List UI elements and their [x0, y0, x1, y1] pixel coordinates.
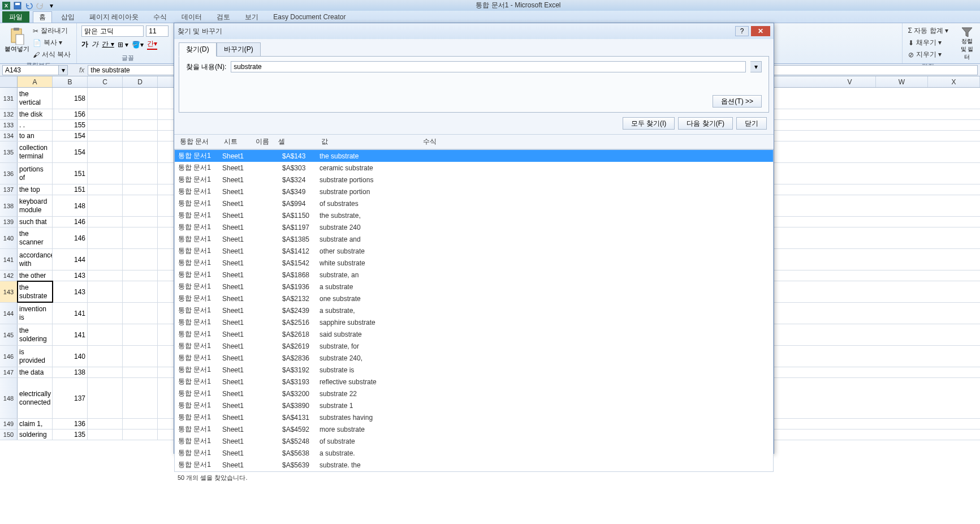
row-header[interactable]: 131 — [0, 88, 18, 109]
cell[interactable] — [123, 419, 158, 429]
name-box[interactable]: A143 — [2, 65, 59, 75]
cell[interactable]: electrically connected — [18, 378, 53, 418]
result-row[interactable]: 통합 문서1Sheet1$A$3200substrate 22 — [175, 388, 773, 400]
cell[interactable]: 137 — [53, 378, 88, 418]
header-formula[interactable]: 수식 — [421, 136, 770, 148]
row-header[interactable]: 147 — [0, 367, 18, 377]
find-all-button[interactable]: 모두 찾기(I) — [623, 117, 675, 130]
cell[interactable] — [123, 429, 158, 440]
row-header[interactable]: 133 — [0, 120, 18, 130]
result-row[interactable]: 통합 문서1Sheet1$A$4592more substrate — [175, 423, 773, 435]
cell[interactable]: . . — [18, 120, 53, 130]
result-row[interactable]: 통합 문서1Sheet1$A$349substrate portion — [175, 186, 773, 197]
cell[interactable]: 143 — [53, 270, 88, 281]
result-row[interactable]: 통합 문서1Sheet1$A$303ceramic substrate — [175, 162, 773, 174]
cell[interactable]: 151 — [53, 163, 88, 184]
row-header[interactable]: 140 — [0, 227, 18, 248]
result-row[interactable]: 통합 문서1Sheet1$A$5638a substrate. — [175, 447, 773, 459]
row-header[interactable]: 137 — [0, 184, 18, 195]
cell[interactable]: 156 — [53, 109, 88, 119]
cell[interactable]: to an — [18, 131, 53, 141]
cell[interactable] — [123, 324, 158, 345]
cell[interactable]: the scanner — [18, 227, 53, 248]
column-header[interactable]: V — [824, 76, 876, 87]
row-header[interactable]: 138 — [0, 195, 18, 216]
row-header[interactable]: 144 — [0, 303, 18, 324]
font-name-select[interactable]: 맑은 고딕 — [81, 25, 144, 37]
cell[interactable] — [123, 346, 158, 367]
cell[interactable]: the substrate — [18, 281, 53, 302]
row-header[interactable]: 134 — [0, 131, 18, 141]
find-next-button[interactable]: 다음 찾기(F) — [678, 117, 733, 130]
cell[interactable]: portions of — [18, 163, 53, 184]
cell[interactable] — [123, 88, 158, 109]
cell[interactable]: 151 — [53, 184, 88, 195]
result-row[interactable]: 통합 문서1Sheet1$A$143the substrate — [175, 150, 773, 162]
row-header[interactable]: 143 — [0, 281, 18, 302]
clear-button[interactable]: ⊘지우기 ▾ — [907, 49, 949, 60]
cell[interactable]: the vertical — [18, 88, 53, 109]
dialog-titlebar[interactable]: 찾기 및 바꾸기 ? ✕ — [174, 23, 774, 39]
format-painter-button[interactable]: 🖌서식 복사 — [32, 49, 72, 60]
cell[interactable] — [123, 303, 158, 324]
cell[interactable] — [123, 378, 158, 418]
result-row[interactable]: 통합 문서1Sheet1$A$324substrate portions — [175, 174, 773, 186]
cell[interactable]: claim 1, — [18, 419, 53, 429]
fill-color-button[interactable]: 🪣▾ — [132, 41, 144, 49]
autosum-button[interactable]: Σ 자동 합계 ▾ — [907, 25, 949, 36]
row-header[interactable]: 150 — [0, 429, 18, 440]
ribbon-tab[interactable]: 수식 — [148, 11, 172, 23]
cell[interactable] — [123, 120, 158, 130]
cell[interactable]: 146 — [53, 227, 88, 248]
cut-button[interactable]: ✂잘라내기 — [32, 25, 72, 36]
cell[interactable] — [123, 109, 158, 119]
font-color-button[interactable]: 간▾ — [147, 39, 157, 50]
cell[interactable] — [123, 141, 158, 162]
cell[interactable] — [88, 346, 123, 367]
cell[interactable] — [88, 249, 123, 270]
results-list[interactable]: 통합 문서1Sheet1$A$143the substrate통합 문서1She… — [174, 149, 774, 472]
find-input[interactable] — [231, 61, 746, 72]
cell[interactable] — [88, 195, 123, 216]
cell[interactable]: the data — [18, 367, 53, 377]
cell[interactable] — [88, 88, 123, 109]
cell[interactable] — [123, 270, 158, 281]
redo-icon[interactable] — [35, 1, 45, 10]
result-row[interactable]: 통합 문서1Sheet1$A$2516sapphire substrate — [175, 316, 773, 328]
cell[interactable] — [123, 184, 158, 195]
cell[interactable]: is provided — [18, 346, 53, 367]
cell[interactable]: 141 — [53, 303, 88, 324]
fx-icon[interactable]: fx — [79, 66, 84, 74]
cell[interactable] — [123, 249, 158, 270]
header-workbook[interactable]: 통합 문서 — [178, 136, 222, 148]
ribbon-tab[interactable]: 보기 — [239, 11, 264, 23]
cell[interactable]: 140 — [53, 346, 88, 367]
file-tab[interactable]: 파일 — [2, 11, 29, 23]
options-button[interactable]: 옵션(T) >> — [713, 95, 762, 108]
tab-replace[interactable]: 바꾸기(P) — [217, 42, 261, 57]
ribbon-tab[interactable]: 삽입 — [55, 11, 80, 23]
cell[interactable] — [123, 367, 158, 377]
result-row[interactable]: 통합 문서1Sheet1$A$3890substrate 1 — [175, 400, 773, 411]
cell[interactable]: 154 — [53, 141, 88, 162]
column-header[interactable]: A — [18, 76, 53, 87]
cell[interactable]: accordance with — [18, 249, 53, 270]
ribbon-tab[interactable]: 홈 — [33, 11, 52, 23]
cell[interactable]: 141 — [53, 324, 88, 345]
cell[interactable]: 158 — [53, 88, 88, 109]
cell[interactable] — [123, 227, 158, 248]
cell[interactable]: invention is — [18, 303, 53, 324]
row-header[interactable]: 135 — [0, 141, 18, 162]
cell[interactable]: 143 — [53, 281, 88, 302]
row-header[interactable]: 132 — [0, 109, 18, 119]
cell[interactable] — [88, 324, 123, 345]
cell[interactable]: 138 — [53, 367, 88, 377]
cell[interactable]: 146 — [53, 217, 88, 227]
result-row[interactable]: 통합 문서1Sheet1$A$2618said substrate — [175, 328, 773, 340]
cell[interactable]: the other — [18, 270, 53, 281]
dialog-help-button[interactable]: ? — [735, 26, 749, 36]
cell[interactable] — [88, 429, 123, 440]
result-row[interactable]: 통합 문서1Sheet1$A$1868substrate, an — [175, 269, 773, 281]
close-button[interactable]: 닫기 — [736, 117, 767, 130]
fill-button[interactable]: ⬇채우기 ▾ — [907, 37, 949, 48]
